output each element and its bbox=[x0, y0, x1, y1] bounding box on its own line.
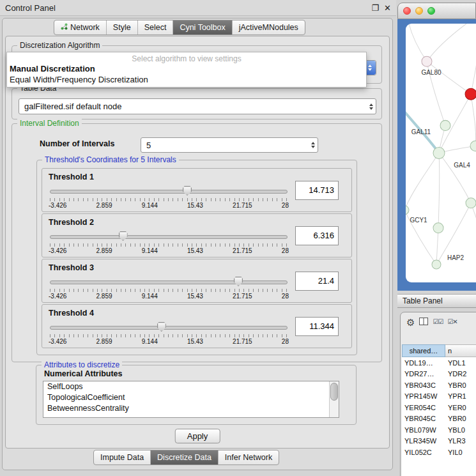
tab-select[interactable]: Select bbox=[138, 20, 174, 35]
control-panel-titlebar: Control Panel ❐ ✕ bbox=[0, 0, 396, 16]
algorithm-dropdown-list: Select algorithm to view settings Manual… bbox=[6, 52, 367, 88]
deselect-icon[interactable]: ☑✕ bbox=[447, 319, 457, 325]
scrollbar-thumb[interactable] bbox=[330, 383, 338, 401]
table-row[interactable]: YDL19…YDL1 bbox=[402, 357, 476, 369]
network-edge[interactable] bbox=[436, 228, 438, 265]
tab-jactivemnodules[interactable]: jActiveMNodules bbox=[233, 20, 305, 35]
threshold-2-panel: Threshold 2 -3.4262.8599.14415.4321.7152… bbox=[42, 213, 352, 257]
tab-style[interactable]: Style bbox=[107, 20, 138, 35]
table-row[interactable]: YIL052CYIL0 bbox=[402, 447, 476, 458]
network-node-label: GAL11 bbox=[411, 128, 431, 135]
combobox-stepper-icon[interactable] bbox=[367, 99, 376, 114]
column-header-shared-name[interactable]: shared… bbox=[402, 344, 445, 357]
network-edge[interactable] bbox=[406, 153, 439, 210]
tab-label: Cyni Toolbox bbox=[180, 23, 225, 32]
table-cell: YIL0 bbox=[445, 449, 476, 456]
attribute-list-item[interactable]: TopologicalCoefficient bbox=[43, 392, 339, 403]
close-window-icon[interactable]: ✕ bbox=[384, 3, 391, 13]
network-edge[interactable] bbox=[471, 49, 476, 94]
threshold-value-field[interactable]: 21.4 bbox=[295, 272, 339, 291]
network-edge[interactable] bbox=[439, 153, 471, 203]
network-node[interactable] bbox=[466, 198, 476, 208]
threshold-value-field[interactable]: 14.713 bbox=[295, 181, 339, 200]
list-scrollbar[interactable] bbox=[329, 381, 339, 417]
network-view-window: GAL80GAL11GAL4GCY1HAP2 bbox=[397, 3, 476, 291]
network-edge[interactable] bbox=[427, 24, 466, 61]
tab-label: Style bbox=[113, 23, 131, 32]
network-node-label: HAP2 bbox=[447, 254, 464, 261]
number-of-intervals-combobox[interactable]: 5 bbox=[141, 137, 318, 153]
slider-tick-marks bbox=[50, 243, 288, 247]
float-window-icon[interactable]: ❐ bbox=[371, 3, 379, 13]
table-row[interactable]: YBR043CYBR0 bbox=[402, 380, 476, 391]
network-node[interactable] bbox=[406, 206, 409, 215]
network-node-label: GCY1 bbox=[410, 217, 427, 224]
columns-icon[interactable] bbox=[419, 316, 428, 328]
settings-gear-icon[interactable]: ⚙ bbox=[406, 318, 415, 327]
close-traffic-light-icon[interactable] bbox=[403, 7, 411, 15]
tick-label: 9.144 bbox=[142, 293, 158, 300]
tick-label: 9.144 bbox=[142, 202, 158, 209]
table-row[interactable]: YPR145WYPR1 bbox=[402, 391, 476, 403]
table-row[interactable]: YBR045CYBR0 bbox=[402, 413, 476, 425]
table-row[interactable]: YER054CYER0 bbox=[402, 402, 476, 413]
tab-discretize-data[interactable]: Discretize Data bbox=[151, 450, 219, 464]
table-data-combobox[interactable]: galFiltered.sif default node bbox=[19, 98, 376, 114]
threshold-slider[interactable] bbox=[49, 187, 289, 196]
threshold-value-field[interactable]: 11.344 bbox=[295, 317, 339, 336]
tick-label: 15.43 bbox=[187, 293, 203, 300]
table-header-row: shared… n bbox=[402, 344, 476, 357]
attribute-list-item[interactable]: SelfLoops bbox=[43, 381, 339, 392]
network-node[interactable] bbox=[432, 260, 441, 269]
combobox-stepper-icon[interactable] bbox=[309, 138, 318, 152]
apply-button[interactable]: Apply bbox=[175, 429, 220, 443]
network-node[interactable] bbox=[465, 88, 476, 100]
slider-tick-marks bbox=[50, 334, 288, 337]
slider-thumb[interactable] bbox=[119, 231, 128, 241]
zoom-traffic-light-icon[interactable] bbox=[427, 7, 435, 15]
select-all-icon[interactable]: ☑☑ bbox=[433, 319, 443, 325]
network-node[interactable] bbox=[433, 223, 443, 233]
tab-network[interactable]: Network bbox=[54, 20, 107, 35]
threshold-slider[interactable] bbox=[49, 232, 289, 242]
minimize-traffic-light-icon[interactable] bbox=[415, 7, 423, 15]
thresholds-fieldset: Threshold's Coordinates for 5 Intervals … bbox=[36, 160, 357, 355]
column-header-name[interactable]: n bbox=[445, 344, 476, 357]
table-row[interactable]: YDR27…YDR2 bbox=[402, 369, 476, 380]
tab-cyni-toolbox[interactable]: Cyni Toolbox bbox=[173, 20, 232, 35]
threshold-4-panel: Threshold 4 -3.4262.8599.14415.4321.7152… bbox=[42, 304, 352, 348]
table-cell: YBL079W bbox=[402, 426, 445, 434]
network-edge[interactable] bbox=[438, 153, 440, 228]
table-row[interactable]: YLR345WYLR3 bbox=[402, 436, 476, 447]
network-canvas[interactable]: GAL80GAL11GAL4GCY1HAP2 bbox=[406, 24, 476, 282]
slider-thumb[interactable] bbox=[157, 322, 166, 332]
attribute-list-item[interactable]: BetweennessCentrality bbox=[43, 403, 339, 414]
network-edge[interactable] bbox=[471, 94, 476, 146]
threshold-slider[interactable] bbox=[49, 277, 289, 287]
table-cell: YBR0 bbox=[445, 381, 476, 389]
network-node[interactable] bbox=[433, 147, 445, 158]
slider-thumb[interactable] bbox=[234, 277, 243, 286]
slider-thumb[interactable] bbox=[183, 186, 192, 196]
network-node[interactable] bbox=[470, 141, 476, 151]
table-row[interactable]: YBL079WYBL0 bbox=[402, 424, 476, 436]
table-cell: YDR2 bbox=[445, 370, 476, 378]
tab-impute-data[interactable]: Impute Data bbox=[94, 450, 151, 464]
tick-label: -3.426 bbox=[49, 202, 66, 209]
network-node[interactable] bbox=[422, 56, 432, 66]
threshold-1-panel: Threshold 1 -3.4262.8599.14415.4321.7152… bbox=[42, 168, 352, 212]
numerical-attributes-list[interactable]: SelfLoopsTopologicalCoefficientBetweenne… bbox=[43, 381, 339, 418]
dropdown-placeholder: Select algorithm to view settings bbox=[7, 54, 366, 63]
cyni-settings-panel: Discretization Algorithm Table Data galF… bbox=[5, 36, 390, 449]
network-edge[interactable] bbox=[409, 24, 427, 61]
dropdown-option-equal-width-frequency[interactable]: Equal Width/Frequency Discretization bbox=[7, 74, 366, 85]
table-window: ⚙ ☑☑ ☑✕ shared… n YDL19…YDL1YDR27…YDR2YB… bbox=[400, 312, 476, 476]
tick-label: 15.43 bbox=[187, 247, 203, 254]
tab-infer-network[interactable]: Infer Network bbox=[219, 450, 279, 464]
network-node[interactable] bbox=[440, 120, 450, 130]
tick-label: 15.43 bbox=[187, 202, 203, 209]
threshold-slider[interactable] bbox=[49, 323, 289, 332]
dropdown-option-manual-discretization[interactable]: Manual Discretization bbox=[7, 63, 366, 74]
threshold-value-field[interactable]: 6.316 bbox=[295, 226, 339, 245]
tick-label: 28 bbox=[282, 293, 289, 300]
